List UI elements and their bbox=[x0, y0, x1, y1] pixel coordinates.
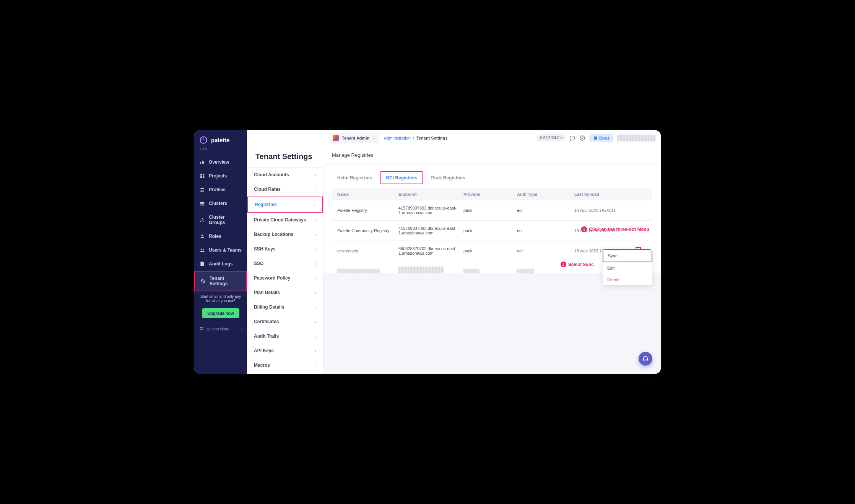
chat-icon[interactable] bbox=[569, 135, 575, 141]
page-header: Manage Registries bbox=[323, 146, 661, 164]
compass-icon[interactable] bbox=[579, 135, 585, 141]
footer-brand[interactable]: spectro cloud ‹ bbox=[194, 322, 247, 335]
svg-rect-8 bbox=[200, 202, 205, 203]
svg-point-16 bbox=[203, 249, 204, 250]
chevron-right-icon: › bbox=[315, 305, 316, 309]
settings-plan-details[interactable]: Plan Details› bbox=[247, 285, 323, 300]
cell-provider: pack bbox=[463, 249, 517, 253]
topbar-right: 0.61/100kCh Docs bbox=[536, 134, 655, 142]
nav-label: Cluster Groups bbox=[209, 215, 242, 225]
cell-endpoint: 650628870702.dkr.ecr.us-east-1.amazonaws… bbox=[398, 246, 463, 255]
settings-registries[interactable]: Registries› bbox=[247, 197, 323, 213]
settings-ssh-keys[interactable]: SSH Keys› bbox=[247, 242, 323, 256]
chevron-right-icon: › bbox=[315, 247, 316, 251]
nav-overview[interactable]: Overview bbox=[194, 155, 247, 169]
settings-private-cloud-gateways[interactable]: Private Cloud Gateways› bbox=[247, 213, 323, 227]
settings-backup-locations[interactable]: Backup Locations› bbox=[247, 227, 323, 242]
svg-rect-1 bbox=[202, 161, 203, 164]
tenant-name: Tenant Admin bbox=[342, 136, 369, 140]
annotation-step-1: 1 Click on the three-dot Menu bbox=[581, 226, 649, 232]
nav-users-teams[interactable]: Users & Teams bbox=[194, 243, 247, 257]
nav-label: Projects bbox=[209, 173, 227, 179]
redacted-cell bbox=[337, 269, 380, 273]
cell-provider: pack bbox=[463, 228, 517, 233]
chevron-left-icon: ‹ bbox=[241, 327, 242, 331]
network-icon bbox=[200, 217, 205, 223]
chevron-right-icon: › bbox=[315, 232, 316, 237]
settings-cloud-rates[interactable]: Cloud Rates› bbox=[247, 182, 323, 197]
redacted-cell bbox=[463, 269, 480, 273]
dropdown-edit[interactable]: Edit bbox=[603, 262, 652, 274]
nav-profiles[interactable]: Profiles bbox=[194, 183, 247, 197]
document-icon bbox=[200, 261, 205, 267]
chevron-right-icon: › bbox=[315, 218, 316, 222]
settings-password-policy[interactable]: Password Policy› bbox=[247, 271, 323, 285]
cell-auth: ecr bbox=[517, 249, 574, 253]
breadcrumb-link[interactable]: Administration bbox=[384, 136, 411, 140]
chevron-right-icon: › bbox=[315, 187, 316, 192]
tab-pack-registries[interactable]: Pack Registries bbox=[426, 171, 470, 184]
chevron-right-icon: › bbox=[315, 349, 316, 353]
dropdown-sync[interactable]: Sync bbox=[603, 249, 652, 262]
tenant-selector[interactable]: Tenant Admin ⌄ bbox=[329, 133, 379, 143]
svg-rect-9 bbox=[200, 203, 205, 204]
grid-icon bbox=[200, 173, 205, 179]
settings-billing-details[interactable]: Billing Details› bbox=[247, 300, 323, 314]
main-sidebar: palette 4.1.9 Overview Projects Profiles… bbox=[194, 130, 247, 374]
nav-audit-logs[interactable]: Audit Logs bbox=[194, 257, 247, 271]
nav-clusters[interactable]: Clusters bbox=[194, 197, 247, 210]
nav-cluster-groups[interactable]: Cluster Groups bbox=[194, 210, 247, 229]
chevron-right-icon: › bbox=[314, 203, 315, 207]
chevron-right-icon: › bbox=[315, 320, 316, 324]
svg-point-13 bbox=[203, 221, 204, 222]
settings-api-keys[interactable]: API Keys› bbox=[247, 343, 323, 358]
headset-icon bbox=[642, 356, 649, 362]
nav-roles[interactable]: Roles bbox=[194, 229, 247, 243]
svg-rect-10 bbox=[200, 205, 205, 205]
nav-projects[interactable]: Projects bbox=[194, 169, 247, 183]
settings-subpanel-column: Tenant Settings Cloud Accounts› Cloud Ra… bbox=[247, 130, 323, 374]
cell-auth: ecr bbox=[517, 228, 574, 233]
usage-pill: 0.61/100kCh bbox=[536, 134, 566, 141]
cell-synced: 18 Nov 2023 19:00:11 bbox=[574, 208, 636, 213]
chevron-right-icon: › bbox=[315, 173, 316, 177]
upgrade-button[interactable]: Upgrade now bbox=[202, 308, 239, 318]
content-bottom-fill bbox=[323, 273, 661, 374]
nav-label: Profiles bbox=[209, 187, 226, 192]
nav-label: Audit Logs bbox=[209, 261, 233, 267]
col-endpoint: Endpoint bbox=[398, 192, 463, 197]
tab-helm-registries[interactable]: Helm Registries bbox=[332, 171, 377, 184]
promo-text: Start small and only pay for what you us… bbox=[194, 291, 247, 306]
table-header: Name Endpoint Provider Auth Type Last Sy… bbox=[332, 188, 652, 200]
settings-audit-trails[interactable]: Audit Trails› bbox=[247, 329, 323, 343]
svg-rect-3 bbox=[200, 174, 202, 176]
tab-oci-registries[interactable]: OCI Registries bbox=[380, 171, 423, 184]
redacted-cell bbox=[398, 267, 444, 273]
settings-sso[interactable]: SSO› bbox=[247, 256, 323, 271]
cell-auth: ecr bbox=[517, 208, 574, 213]
dropdown-delete[interactable]: Delete bbox=[603, 274, 652, 285]
help-fab[interactable] bbox=[639, 352, 652, 366]
col-last-synced: Last Synced bbox=[574, 192, 636, 197]
cell-endpoint: 415789037893.dkr.ecr.us-east-1.amazonaws… bbox=[398, 206, 463, 215]
docs-link[interactable]: Docs bbox=[589, 134, 613, 142]
registry-tabs: Helm Registries OCI Registries Pack Regi… bbox=[332, 164, 652, 184]
chevron-right-icon: › bbox=[315, 363, 316, 367]
redacted-cell bbox=[517, 269, 534, 273]
settings-macros[interactable]: Macros› bbox=[247, 358, 323, 372]
svg-point-12 bbox=[200, 221, 201, 222]
layers-icon bbox=[200, 187, 205, 192]
col-provider: Provider bbox=[463, 192, 517, 197]
settings-certificates[interactable]: Certificates› bbox=[247, 314, 323, 329]
settings-cloud-accounts[interactable]: Cloud Accounts› bbox=[247, 167, 323, 182]
cell-provider: pack bbox=[463, 208, 517, 213]
cluster-icon bbox=[200, 201, 205, 206]
nav-tenant-settings[interactable]: Tenant Settings bbox=[194, 271, 247, 291]
nav-label: Tenant Settings bbox=[210, 276, 241, 286]
cell-name: ecr-registry bbox=[337, 249, 398, 253]
chevron-right-icon: › bbox=[315, 334, 316, 338]
main-area: Tenant Admin ⌄ Administration / Tenant S… bbox=[323, 130, 661, 374]
chevron-down-icon: ⌄ bbox=[372, 136, 375, 140]
cell-name: Palette Registry bbox=[337, 208, 398, 213]
table-row[interactable]: Palette Registry 415789037893.dkr.ecr.us… bbox=[332, 200, 652, 221]
